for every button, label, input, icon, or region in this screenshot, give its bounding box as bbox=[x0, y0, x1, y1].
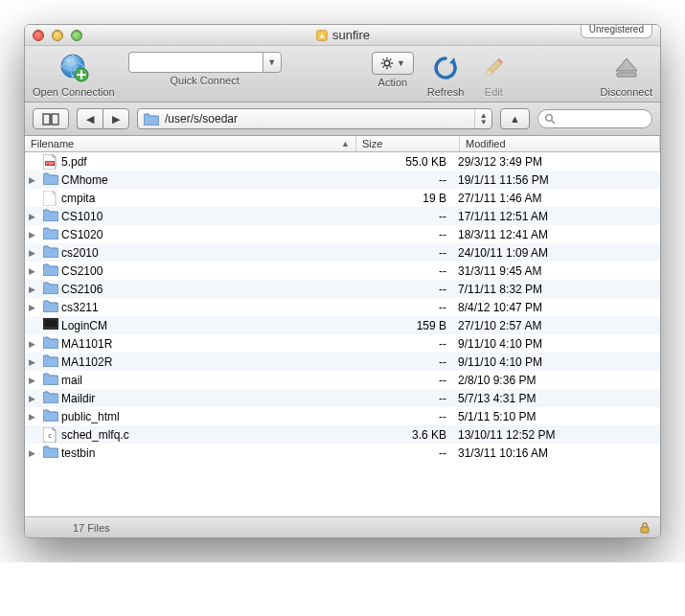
table-row[interactable]: csched_mlfq.c3.6 KB13/10/11 12:52 PM bbox=[25, 425, 660, 444]
table-row[interactable]: PDF5.pdf55.0 KB29/3/12 3:49 PM bbox=[25, 152, 660, 171]
action-label: Action bbox=[378, 77, 408, 88]
table-row[interactable]: cmpita19 B27/1/11 1:46 AM bbox=[25, 189, 660, 207]
table-row[interactable]: ▶testbin--31/3/11 10:16 AM bbox=[25, 444, 660, 462]
column-header: Filename ▲ Size Modified bbox=[25, 136, 660, 152]
file-size: -- bbox=[351, 264, 454, 278]
col-modified-label: Modified bbox=[466, 138, 506, 149]
file-modified: 13/10/11 12:52 PM bbox=[454, 428, 654, 442]
disclosure-triangle[interactable]: ▶ bbox=[25, 285, 38, 294]
table-row[interactable]: ▶public_html--5/1/11 5:10 PM bbox=[25, 407, 660, 425]
triangle-up-icon: ▲ bbox=[510, 113, 520, 125]
quick-connect-dropdown[interactable]: ▼ bbox=[263, 52, 282, 73]
open-connection-button[interactable]: Open Connection bbox=[33, 52, 115, 98]
table-row[interactable]: ▶mail--2/8/10 9:36 PM bbox=[25, 371, 660, 389]
file-list[interactable]: PDF5.pdf55.0 KB29/3/12 3:49 PM▶CMhome--1… bbox=[25, 152, 660, 516]
disclosure-triangle[interactable]: ▶ bbox=[25, 339, 38, 349]
refresh-icon bbox=[429, 52, 462, 84]
table-row[interactable]: ▶cs2010--24/10/11 1:09 AM bbox=[25, 243, 660, 262]
disclosure-triangle[interactable]: ▶ bbox=[25, 175, 38, 185]
file-modified: 5/1/11 5:10 PM bbox=[454, 410, 654, 423]
file-modified: 9/11/10 4:10 PM bbox=[454, 355, 654, 369]
svg-line-15 bbox=[552, 121, 555, 124]
file-name: cs3211 bbox=[61, 301, 351, 314]
disclosure-triangle[interactable]: ▶ bbox=[25, 394, 38, 403]
table-row[interactable]: ▶MA1101R--9/11/10 4:10 PM bbox=[25, 334, 660, 353]
file-name: CS2106 bbox=[61, 283, 351, 296]
action-button[interactable]: ▼ Action bbox=[372, 52, 414, 88]
disclosure-triangle[interactable]: ▶ bbox=[25, 248, 38, 258]
file-name: mail bbox=[61, 374, 351, 387]
disclosure-triangle[interactable]: ▶ bbox=[25, 357, 38, 367]
table-row[interactable]: ▶CS1010--17/1/11 12:51 AM bbox=[25, 207, 660, 225]
table-row[interactable]: ▶CS2106--7/11/11 8:32 PM bbox=[25, 280, 660, 298]
bookmarks-button[interactable] bbox=[33, 108, 69, 129]
search-input[interactable] bbox=[559, 113, 646, 125]
svg-point-3 bbox=[384, 60, 390, 66]
disclosure-triangle[interactable]: ▶ bbox=[25, 412, 38, 422]
file-name: CS1020 bbox=[61, 228, 351, 241]
quick-connect-input[interactable] bbox=[128, 52, 263, 73]
back-button[interactable]: ◀ bbox=[77, 108, 103, 129]
file-size: -- bbox=[351, 337, 454, 351]
file-name: cs2010 bbox=[61, 246, 351, 260]
table-row[interactable]: LoginCM159 B27/1/10 2:57 AM bbox=[25, 316, 660, 334]
close-button[interactable] bbox=[33, 30, 44, 41]
svg-rect-12 bbox=[617, 73, 636, 77]
file-name: 5.pdf bbox=[61, 155, 351, 169]
path-dropdown-caret[interactable]: ▲▼ bbox=[474, 109, 491, 128]
disclosure-triangle[interactable]: ▶ bbox=[25, 448, 38, 458]
file-size: -- bbox=[351, 374, 454, 387]
file-size: -- bbox=[351, 301, 454, 314]
table-row[interactable]: ▶CMhome--19/1/11 11:56 PM bbox=[25, 171, 660, 189]
quick-connect-combo[interactable]: ▼ bbox=[128, 52, 282, 73]
search-icon bbox=[544, 113, 556, 125]
col-size[interactable]: Size bbox=[356, 136, 460, 151]
disclosure-triangle[interactable]: ▶ bbox=[25, 376, 38, 385]
search-field[interactable] bbox=[537, 109, 652, 128]
folder-icon bbox=[43, 300, 58, 315]
zoom-button[interactable] bbox=[71, 30, 82, 41]
table-row[interactable]: ▶Maildir--5/7/13 4:31 PM bbox=[25, 389, 660, 407]
file-size: -- bbox=[351, 173, 454, 187]
disconnect-button[interactable]: Disconnect bbox=[601, 52, 652, 98]
file-modified: 27/1/11 1:46 AM bbox=[454, 192, 654, 205]
disclosure-triangle[interactable]: ▶ bbox=[25, 230, 38, 240]
file-name: CS2100 bbox=[61, 264, 351, 278]
disclosure-triangle[interactable]: ▶ bbox=[25, 212, 38, 221]
path-combo[interactable]: /user/s/soedar ▲▼ bbox=[137, 108, 492, 129]
table-row[interactable]: ▶CS2100--31/3/11 9:45 AM bbox=[25, 262, 660, 280]
col-size-label: Size bbox=[362, 138, 382, 149]
disclosure-triangle[interactable]: ▶ bbox=[25, 303, 38, 312]
col-filename[interactable]: Filename ▲ bbox=[25, 136, 356, 151]
file-name: CMhome bbox=[61, 173, 351, 187]
table-row[interactable]: ▶CS1020--18/3/11 12:41 AM bbox=[25, 225, 660, 243]
edit-button[interactable]: Edit bbox=[477, 52, 510, 98]
file-size: -- bbox=[351, 228, 454, 241]
file-modified: 29/3/12 3:49 PM bbox=[454, 155, 654, 169]
gear-icon bbox=[380, 57, 394, 70]
file-modified: 5/7/13 4:31 PM bbox=[454, 392, 654, 405]
svg-line-11 bbox=[390, 59, 391, 60]
path-text: /user/s/soedar bbox=[165, 112, 468, 125]
svg-point-14 bbox=[546, 115, 553, 122]
file-size: 159 B bbox=[351, 319, 454, 332]
col-filename-label: Filename bbox=[31, 138, 74, 149]
folder-icon bbox=[43, 209, 58, 224]
file-name: cmpita bbox=[61, 192, 351, 205]
status-bar: 17 Files bbox=[25, 516, 660, 537]
lock-icon bbox=[639, 521, 651, 534]
table-row[interactable]: ▶cs3211--8/4/12 10:47 PM bbox=[25, 298, 660, 316]
file-modified: 18/3/11 12:41 AM bbox=[454, 228, 654, 241]
forward-button[interactable]: ▶ bbox=[103, 108, 129, 129]
file-modified: 9/11/10 4:10 PM bbox=[454, 337, 654, 351]
table-row[interactable]: ▶MA1102R--9/11/10 4:10 PM bbox=[25, 353, 660, 371]
quick-connect-label: Quick Connect bbox=[171, 75, 240, 86]
location-bar: ◀ ▶ /user/s/soedar ▲▼ ▲ bbox=[25, 103, 660, 136]
disclosure-triangle[interactable]: ▶ bbox=[25, 266, 38, 276]
chevron-left-icon: ◀ bbox=[86, 113, 94, 125]
minimize-button[interactable] bbox=[52, 30, 63, 41]
refresh-button[interactable]: Refresh bbox=[427, 52, 465, 98]
up-button[interactable]: ▲ bbox=[500, 108, 530, 129]
col-modified[interactable]: Modified bbox=[460, 136, 660, 151]
folder-icon bbox=[43, 263, 58, 279]
